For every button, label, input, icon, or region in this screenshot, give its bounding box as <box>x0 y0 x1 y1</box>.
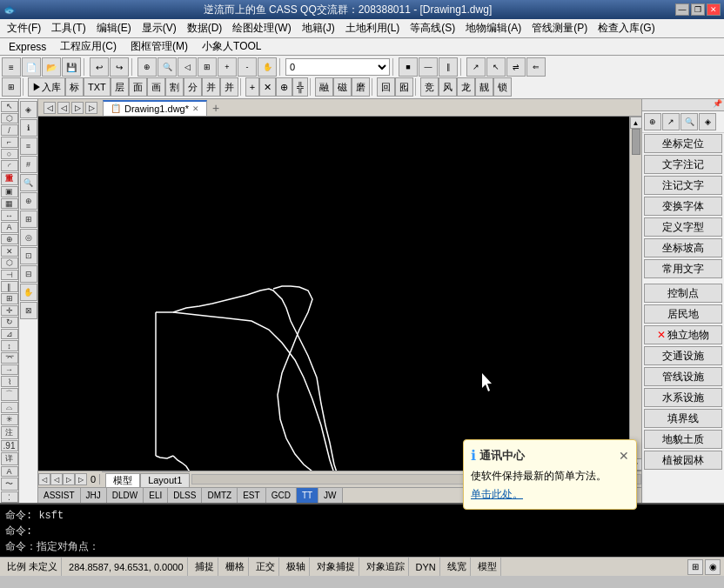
vscroll-up-btn[interactable]: ▲ <box>630 117 642 129</box>
lt-move-btn[interactable]: ✛ <box>1 305 18 317</box>
lt2-calc-btn[interactable]: # <box>20 156 37 173</box>
hscroll-left-btn[interactable]: ◁ <box>38 473 50 485</box>
tb-zoom-out-btn[interactable]: - <box>238 57 257 77</box>
rp-terrain-btn[interactable]: 地貌土质 <box>644 430 722 449</box>
lt-copy-btn[interactable]: ⬡ <box>1 257 18 269</box>
menu-xiaoxtool[interactable]: 小象人TOOL <box>197 37 266 56</box>
tb-more2-btn[interactable]: ↖ <box>486 57 506 77</box>
lt-text-btn[interactable]: A <box>1 222 18 233</box>
lt2-zoomscale-btn[interactable]: ⊞ <box>20 210 37 228</box>
lt-offset-btn[interactable]: ∥ <box>1 281 18 292</box>
lt-circle-btn[interactable]: ○ <box>1 149 18 160</box>
stab-est[interactable]: EST <box>238 488 265 504</box>
tb-prop1-btn[interactable]: ■ <box>399 57 418 77</box>
lt-dotdot-btn[interactable]: ⁚ <box>1 491 18 503</box>
lt-block-btn[interactable]: ▣ <box>1 186 18 197</box>
tb-more4-btn[interactable]: ⇐ <box>526 57 546 77</box>
sb-dyn[interactable]: DYN <box>412 558 440 576</box>
rp-traffic-btn[interactable]: 交通设施 <box>644 346 722 365</box>
stab-tt[interactable]: TT <box>297 488 318 504</box>
tb-zoom-in-btn[interactable]: + <box>218 57 237 77</box>
lt-dimension-btn[interactable]: ↔ <box>1 210 18 221</box>
lt2-zoomobj-btn[interactable]: ⊡ <box>20 247 37 264</box>
lt-explode-btn[interactable]: ✳ <box>1 414 18 425</box>
rp-icon-4[interactable]: ◈ <box>699 113 716 130</box>
tb-rotate-btn[interactable]: 回 <box>377 77 395 97</box>
tb-redo-btn[interactable]: ↪ <box>110 57 129 77</box>
lt-hatch-btn[interactable]: ▦ <box>1 198 18 210</box>
tb-prop3-btn[interactable]: ∥ <box>439 57 458 77</box>
tab-nav-right[interactable]: ▷ <box>71 102 84 114</box>
stab-jhj[interactable]: JHJ <box>81 488 107 504</box>
lt2-zoomout-btn[interactable]: ⊟ <box>20 265 37 283</box>
rp-coordheight-btn[interactable]: 坐标坡高 <box>644 238 722 257</box>
tb-insert-btn[interactable]: ▶入库 <box>28 77 65 97</box>
tab-nav-left[interactable]: ◁ <box>44 102 56 114</box>
tb-flip-btn[interactable]: 囮 <box>395 77 413 97</box>
lt-wave-btn[interactable]: 〜 <box>1 478 18 491</box>
tb-split-btn[interactable]: 分 <box>184 77 202 97</box>
stab-assist[interactable]: ASSIST <box>38 488 81 504</box>
rp-pipeline-btn[interactable]: 管线设施 <box>644 367 722 386</box>
lt-snap-btn[interactable]: ⊕ <box>1 234 18 245</box>
tb-grind-btn[interactable]: 磨 <box>352 77 370 97</box>
rp-definefont-btn[interactable]: 定义字型 <box>644 217 722 237</box>
tb-prop2-btn[interactable]: — <box>419 57 438 77</box>
tb-r2-grid-btn[interactable]: ⊞ <box>2 77 21 97</box>
rp-residential-btn[interactable]: 居民地 <box>644 304 722 324</box>
menu-landuse[interactable]: 土地利用(L) <box>340 19 406 37</box>
tb-pan-btn[interactable]: ✋ <box>258 57 277 77</box>
tb-undo-btn[interactable]: ↩ <box>90 57 109 77</box>
vscroll-track[interactable] <box>632 129 640 458</box>
rp-coord-btn[interactable]: 坐标定位 <box>644 134 722 153</box>
lt-chamfer-btn[interactable]: ⌓ <box>1 402 18 413</box>
stab-dmtz[interactable]: DMTZ <box>202 488 238 504</box>
rp-pin-btn[interactable]: 📌 <box>713 99 722 110</box>
sb-otrack[interactable]: 对象追踪 <box>363 558 409 576</box>
tb-more1-btn[interactable]: ↗ <box>466 57 486 77</box>
tb-zoom-prev-btn[interactable]: ◁ <box>178 57 197 77</box>
rp-control-btn[interactable]: 控制点 <box>644 284 722 303</box>
rp-icon-1[interactable]: ⊕ <box>644 113 661 130</box>
tb-fish-btn[interactable]: 龙 <box>457 77 475 97</box>
minimize-button[interactable]: — <box>675 3 689 16</box>
tab-drawing1[interactable]: 📋 Drawing1.dwg* ✕ <box>103 100 207 116</box>
lt-select-btn[interactable]: ↖ <box>1 101 18 112</box>
restore-button[interactable]: ❐ <box>691 3 705 16</box>
rp-boundary-btn[interactable]: 填界线 <box>644 409 722 428</box>
tb-cut-btn[interactable]: 割 <box>165 77 184 97</box>
notif-link[interactable]: 单击此处。 <box>471 487 629 502</box>
stab-gcd[interactable]: GCD <box>266 488 297 504</box>
lt-break-btn[interactable]: ⌇ <box>1 376 18 387</box>
menu-cadastral[interactable]: 地籍(J) <box>297 19 340 37</box>
tb-merge-btn[interactable]: 并 <box>202 77 220 97</box>
tb-open-btn[interactable]: 📂 <box>42 57 61 77</box>
tb-cross-btn[interactable]: ⊕ <box>276 77 292 97</box>
lt-array-btn[interactable]: ⊞ <box>1 293 18 304</box>
tb-new-btn[interactable]: 📄 <box>22 57 41 77</box>
menu-engineering[interactable]: 工程应用(C) <box>55 37 122 56</box>
sb-grid[interactable]: 栅格 <box>222 558 249 576</box>
tb-flood-btn[interactable]: 风 <box>439 77 457 97</box>
tb-draw-btn[interactable]: 画 <box>147 77 165 97</box>
lt-textlabel-btn[interactable]: A <box>1 466 18 478</box>
hscroll-right2-btn[interactable]: ▷ <box>75 473 87 485</box>
notif-close-btn[interactable]: ✕ <box>619 449 629 463</box>
lt-fillet-btn[interactable]: ⌒ <box>1 388 18 401</box>
sb-snap[interactable]: 捕捉 <box>191 558 218 576</box>
lt-erase-btn[interactable]: ✕ <box>1 245 18 257</box>
tb-break-btn[interactable]: 磁 <box>333 77 352 97</box>
hscroll-right-btn[interactable]: ▷ <box>63 473 75 485</box>
tb-zoom-extent-btn[interactable]: ⊕ <box>137 57 157 77</box>
tab-nav-right2[interactable]: ▷ <box>85 102 97 114</box>
lt-rotate-btn[interactable]: ↻ <box>1 317 18 328</box>
tb-del-node-btn[interactable]: ✕ <box>259 77 276 97</box>
tb-save-btn[interactable]: 💾 <box>62 57 81 77</box>
rp-textnote-btn[interactable]: 文字注记 <box>644 155 722 174</box>
tb-layer-btn[interactable]: 层 <box>111 77 129 97</box>
menu-check[interactable]: 检查入库(G) <box>593 19 660 37</box>
tb-lock-btn[interactable]: 锁 <box>493 77 512 97</box>
lt-coord-btn[interactable]: 注 <box>1 426 18 439</box>
tb-tie-btn[interactable]: 并 <box>220 77 238 97</box>
menu-frame[interactable]: 图框管理(M) <box>125 37 193 56</box>
